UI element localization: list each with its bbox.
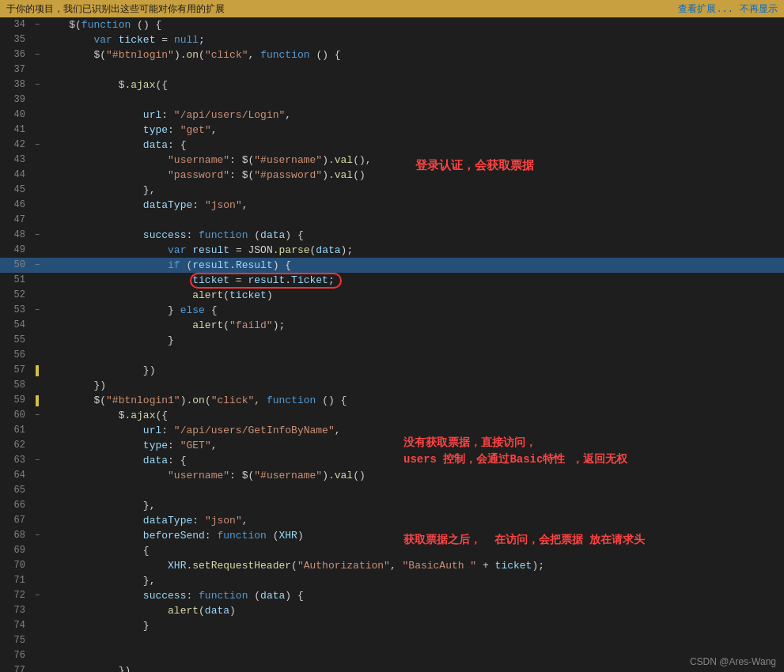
all-lines: 34 − $(function () { 35 var ticket = nul… xyxy=(0,17,784,672)
line-num-43: 43 xyxy=(0,153,30,168)
gutter-71 xyxy=(30,573,44,588)
gutter-53: − xyxy=(30,303,44,318)
line-num-48: 48 xyxy=(0,228,30,243)
line-72: 72 − success: function (data) { xyxy=(0,588,784,603)
line-num-55: 55 xyxy=(0,333,30,348)
line-num-75: 75 xyxy=(0,633,30,648)
line-num-72: 72 xyxy=(0,588,30,603)
line-65: 65 xyxy=(0,483,784,498)
fold-36[interactable]: − xyxy=(35,51,40,59)
code-36: $("#btnlogin").on("click", function () { xyxy=(44,47,784,62)
code-52: alert(ticket) xyxy=(44,288,784,303)
line-num-46: 46 xyxy=(0,198,30,213)
line-69: 69 { xyxy=(0,543,784,558)
gutter-41 xyxy=(30,123,44,138)
line-42: 42 − data: { xyxy=(0,138,784,153)
line-num-44: 44 xyxy=(0,168,30,183)
fold-38[interactable]: − xyxy=(35,81,40,89)
gutter-52 xyxy=(30,288,44,303)
line-num-74: 74 xyxy=(0,618,30,633)
gutter-64 xyxy=(30,468,44,483)
code-70: XHR.setRequestHeader("Authorization", "B… xyxy=(44,558,784,573)
code-47 xyxy=(44,213,784,228)
fold-48[interactable]: − xyxy=(35,232,40,240)
line-77: 77 }) xyxy=(0,663,784,672)
gutter-60: − xyxy=(30,408,44,423)
fold-72[interactable]: − xyxy=(35,592,40,600)
code-51: ticket = result.Ticket; xyxy=(44,273,784,288)
gutter-38: − xyxy=(30,77,44,92)
gutter-46 xyxy=(30,198,44,213)
fold-42[interactable]: − xyxy=(35,142,40,149)
gutter-40 xyxy=(30,108,44,123)
gutter-44 xyxy=(30,168,44,183)
code-40: url: "/api/users/Login", xyxy=(44,108,784,123)
gutter-49 xyxy=(30,243,44,258)
fold-68[interactable]: − xyxy=(35,532,40,540)
fold-60[interactable]: − xyxy=(35,412,40,420)
fold-34[interactable]: − xyxy=(35,21,40,29)
gutter-70 xyxy=(30,558,44,573)
code-53: } else { xyxy=(44,303,784,318)
dismiss-link[interactable]: 不再显示 xyxy=(740,2,778,16)
gutter-35 xyxy=(30,32,44,47)
line-55: 55 } xyxy=(0,333,784,348)
code-75 xyxy=(44,633,784,648)
code-55: } xyxy=(44,333,784,348)
line-num-70: 70 xyxy=(0,558,30,573)
code-69: { xyxy=(44,543,784,558)
code-50: if (result.Result) { xyxy=(44,258,784,273)
code-43: "username": $("#username").val(), xyxy=(44,153,784,168)
line-53: 53 − } else { xyxy=(0,303,784,318)
fold-50[interactable]: − xyxy=(35,262,40,270)
gutter-55 xyxy=(30,333,44,348)
line-76: 76 xyxy=(0,648,784,663)
line-75: 75 xyxy=(0,633,784,648)
line-num-47: 47 xyxy=(0,213,30,228)
code-63: data: { xyxy=(44,453,784,468)
line-68: 68 − beforeSend: function (XHR) xyxy=(0,528,784,543)
line-54: 54 alert("faild"); xyxy=(0,318,784,333)
fold-53[interactable]: − xyxy=(35,307,40,315)
line-49: 49 var result = JSON.parse(data); xyxy=(0,243,784,258)
line-64: 64 "username": $("#username").val() xyxy=(0,468,784,483)
line-num-56: 56 xyxy=(0,348,30,363)
line-63: 63 − data: { xyxy=(0,453,784,468)
line-num-35: 35 xyxy=(0,32,30,47)
line-34: 34 − $(function () { xyxy=(0,17,784,32)
code-74: } xyxy=(44,618,784,633)
code-65 xyxy=(44,483,784,498)
gutter-74 xyxy=(30,618,44,633)
code-76 xyxy=(44,648,784,663)
code-54: alert("faild"); xyxy=(44,318,784,333)
code-66: }, xyxy=(44,498,784,513)
line-num-50: 50 xyxy=(0,258,30,273)
code-37 xyxy=(44,62,784,77)
line-num-68: 68 xyxy=(0,528,30,543)
view-extensions-link[interactable]: 查看扩展... xyxy=(678,2,733,16)
fold-63[interactable]: − xyxy=(35,457,40,465)
line-num-38: 38 xyxy=(0,77,30,92)
line-56: 56 xyxy=(0,348,784,363)
line-70: 70 XHR.setRequestHeader("Authorization",… xyxy=(0,558,784,573)
gutter-56 xyxy=(30,348,44,363)
editor-area: 34 − $(function () { 35 var ticket = nul… xyxy=(0,17,784,672)
gutter-45 xyxy=(30,183,44,198)
line-num-61: 61 xyxy=(0,423,30,438)
line-num-39: 39 xyxy=(0,92,30,108)
code-73: alert(data) xyxy=(44,603,784,618)
line-36: 36 − $("#btnlogin").on("click", function… xyxy=(0,47,784,62)
line-59: 59 $("#btnlogin1").on("click", function … xyxy=(0,393,784,408)
code-38: $.ajax({ xyxy=(44,77,784,92)
gutter-42: − xyxy=(30,138,44,153)
code-60: $.ajax({ xyxy=(44,408,784,423)
code-34: $(function () { xyxy=(44,17,784,32)
code-56 xyxy=(44,348,784,363)
gutter-68: − xyxy=(30,528,44,543)
gutter-69 xyxy=(30,543,44,558)
code-39 xyxy=(44,92,784,108)
line-57: 57 }) xyxy=(0,363,784,378)
gutter-67 xyxy=(30,513,44,528)
watermark: CSDN @Ares-Wang xyxy=(690,656,776,667)
gutter-62 xyxy=(30,438,44,453)
